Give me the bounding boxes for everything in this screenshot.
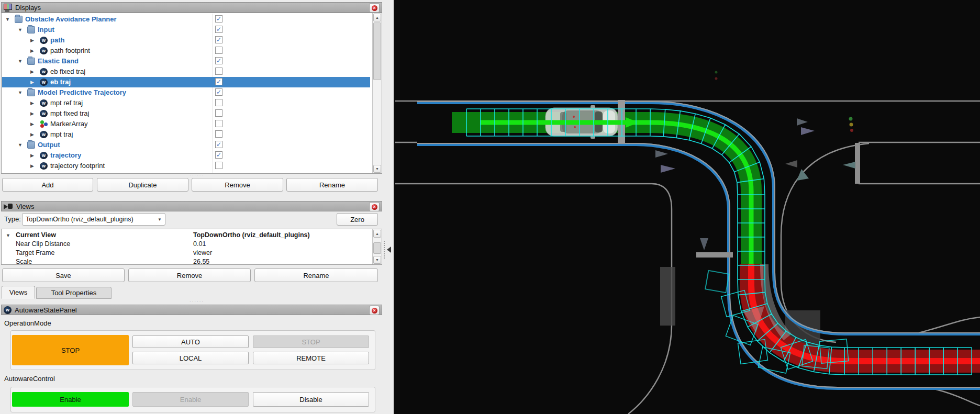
property-row-near-clip-distance[interactable]: Near Clip Distance0.01 (2, 240, 370, 249)
scroll-down-icon[interactable]: ▼ (373, 256, 381, 264)
splitter-handle[interactable]: ······ (0, 300, 394, 303)
scrollbar-thumb[interactable] (373, 23, 381, 80)
property-row-current-view[interactable]: ▼Current ViewTopDownOrtho (rviz_default_… (2, 231, 370, 240)
collapse-arrow-icon[interactable]: ▶ (30, 100, 34, 106)
displays-close-button[interactable]: ✕ (369, 3, 380, 13)
tab-views[interactable]: Views (2, 286, 35, 299)
tree-item-path-footprint[interactable]: ▶wpath footprint (2, 46, 370, 56)
collapse-arrow-icon[interactable]: ▶ (30, 163, 34, 169)
tree-item-elastic-band[interactable]: ▼Elastic Band✓ (2, 56, 370, 66)
rename-display-button[interactable]: Rename (286, 178, 378, 192)
tab-tool-properties[interactable]: Tool Properties (36, 287, 112, 299)
remove-view-button[interactable]: Remove (128, 268, 251, 282)
duplicate-display-button[interactable]: Duplicate (97, 178, 188, 192)
enabled-checkbox[interactable] (215, 99, 222, 106)
enabled-checkbox[interactable] (215, 120, 222, 127)
expand-arrow-icon[interactable]: ▼ (18, 142, 23, 148)
collapse-arrow-icon[interactable]: ▶ (30, 153, 34, 158)
expand-arrow-icon[interactable]: ▼ (5, 17, 10, 22)
remove-display-button[interactable]: Remove (192, 178, 283, 192)
scroll-up-icon[interactable]: ▲ (373, 230, 381, 238)
collapse-arrow-icon[interactable]: ▶ (30, 38, 34, 43)
enabled-checkbox[interactable] (215, 109, 222, 117)
tree-item-label: Elastic Band (38, 57, 79, 65)
scroll-down-icon[interactable]: ▼ (373, 165, 381, 173)
view-table-scrollbar[interactable]: ▲ ▼ (372, 229, 382, 264)
operation-remote-button[interactable]: REMOTE (253, 352, 369, 364)
view-type-dropdown[interactable]: TopDownOrtho (rviz_default_plugins) ▼ (22, 213, 165, 226)
collapse-arrow-icon[interactable]: ▶ (30, 121, 34, 127)
tree-item-output[interactable]: ▼Output✓ (2, 140, 370, 150)
enabled-checkbox[interactable]: ✓ (215, 88, 222, 96)
tree-item-path[interactable]: ▶wpath✓ (2, 35, 370, 46)
left-panel-column: Displays ✕ ▼Obstacle Avoidance Planner✓▼… (0, 0, 394, 414)
enabled-checkbox[interactable]: ✓ (215, 151, 222, 159)
tree-item-markerarray[interactable]: ▶MarkerArray (2, 119, 370, 129)
tree-item-model-predictive-trajectory[interactable]: ▼Model Predictive Trajectory✓ (2, 87, 370, 98)
collapse-arrow-icon[interactable]: ▶ (30, 132, 34, 137)
panel-collapse-handle[interactable] (384, 241, 392, 259)
enabled-checkbox[interactable] (215, 47, 222, 54)
tree-item-eb-traj[interactable]: ▶web traj✓ (2, 77, 370, 87)
tree-item-label: eb traj (50, 78, 71, 86)
collapse-arrow-icon[interactable]: ▶ (30, 69, 34, 74)
current-view-table: ▼Current ViewTopDownOrtho (rviz_default_… (1, 229, 382, 265)
tree-item-trajectory[interactable]: ▶wtrajectory✓ (2, 150, 370, 161)
collapse-arrow-icon[interactable]: ▶ (30, 111, 34, 116)
splitter-handle[interactable]: ······ (0, 174, 394, 177)
add-display-button[interactable]: Add (2, 178, 93, 192)
visualization-canvas[interactable] (394, 0, 980, 414)
scroll-up-icon[interactable]: ▲ (373, 14, 381, 21)
expand-arrow-icon[interactable]: ▼ (6, 233, 10, 238)
property-name: Scale (16, 258, 32, 265)
enabled-checkbox[interactable]: ✓ (215, 78, 222, 85)
enabled-checkbox[interactable]: ✓ (215, 36, 222, 43)
enabled-checkbox[interactable] (215, 68, 222, 75)
operation-auto-button[interactable]: AUTO (132, 335, 249, 348)
views-panel-titlebar[interactable]: Views (1, 201, 382, 211)
save-view-button[interactable]: Save (2, 268, 125, 282)
property-value: TopDownOrtho (rviz_default_plugins) (193, 231, 310, 239)
operation-stop-active-button[interactable]: STOP (12, 335, 129, 365)
expand-arrow-icon[interactable]: ▼ (18, 27, 23, 32)
rename-view-button[interactable]: Rename (254, 268, 378, 282)
displays-tree-scrollbar[interactable]: ▲ ▼ (372, 13, 382, 173)
tree-item-label: path footprint (50, 47, 90, 54)
property-row-scale[interactable]: Scale26.55 (2, 258, 370, 265)
collapse-arrow-icon[interactable]: ▶ (30, 80, 34, 85)
enabled-checkbox[interactable]: ✓ (215, 141, 222, 148)
property-value: 26.55 (193, 258, 209, 265)
tree-item-eb-fixed-traj[interactable]: ▶web fixed traj (2, 66, 370, 77)
displays-panel-titlebar[interactable]: Displays (1, 2, 382, 13)
tree-item-mpt-fixed-traj[interactable]: ▶wmpt fixed traj (2, 108, 370, 119)
collapse-arrow-icon[interactable]: ▶ (30, 48, 34, 53)
expand-arrow-icon[interactable]: ▼ (18, 90, 23, 95)
tree-item-input[interactable]: ▼Input✓ (2, 25, 370, 35)
autoware-panel-titlebar[interactable]: w AutowareStatePanel (1, 305, 382, 315)
autoware-close-button[interactable]: ✕ (369, 306, 380, 315)
autoware-icon: w (40, 79, 48, 86)
enabled-checkbox[interactable]: ✓ (215, 15, 222, 23)
tree-item-label: trajectory (50, 151, 81, 159)
enabled-checkbox[interactable]: ✓ (215, 26, 222, 33)
tree-item-trajectory-footprint[interactable]: ▶wtrajectory footprint (2, 161, 370, 171)
enabled-checkbox[interactable] (215, 130, 222, 138)
property-row-target-frame[interactable]: Target Frameviewer (2, 249, 370, 258)
control-disable-button[interactable]: Disable (253, 392, 369, 407)
control-enable-active-button[interactable]: Enable (12, 392, 129, 407)
tree-item-mpt-traj[interactable]: ▶wmpt traj (2, 129, 370, 140)
views-close-button[interactable]: ✕ (369, 202, 380, 211)
expand-arrow-icon[interactable]: ▼ (18, 59, 23, 64)
enabled-checkbox[interactable] (215, 162, 222, 169)
handle-dots (384, 241, 386, 259)
collapse-left-icon (387, 247, 391, 253)
tree-item-obstacle-avoidance-planner[interactable]: ▼Obstacle Avoidance Planner✓ (2, 14, 370, 25)
property-name: Near Clip Distance (16, 240, 70, 248)
enabled-checkbox[interactable]: ✓ (215, 57, 222, 64)
operation-local-button[interactable]: LOCAL (132, 352, 249, 364)
tree-item-label: path (50, 36, 64, 44)
scrollbar-thumb[interactable] (373, 242, 381, 254)
displays-tree: ▼Obstacle Avoidance Planner✓▼Input✓▶wpat… (1, 13, 382, 174)
tree-item-mpt-ref-traj[interactable]: ▶wmpt ref traj (2, 98, 370, 108)
zero-button[interactable]: Zero (337, 213, 378, 226)
